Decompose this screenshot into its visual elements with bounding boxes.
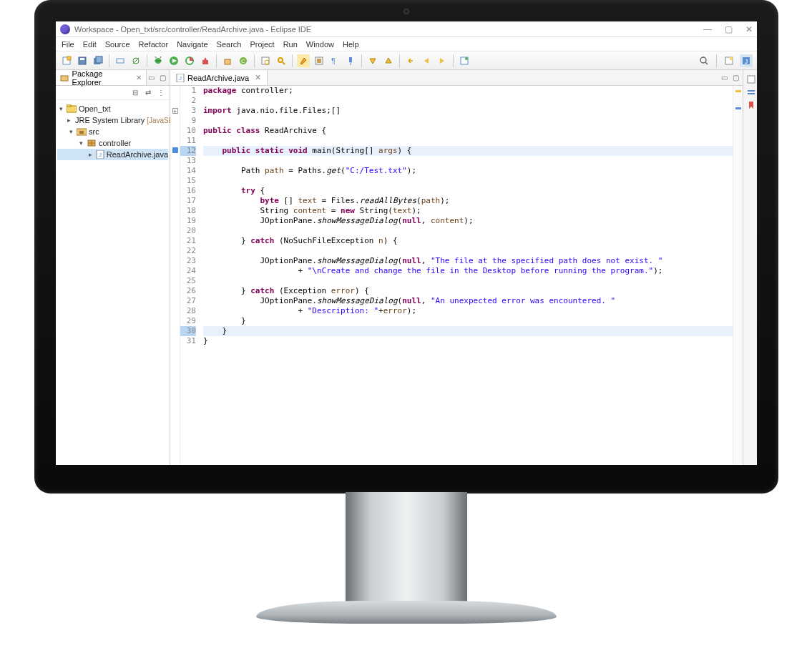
- svg-rect-18: [225, 59, 230, 64]
- tree-project[interactable]: ▾ Open_txt: [57, 103, 168, 114]
- tree-src[interactable]: ▾ src: [57, 126, 168, 137]
- close-button[interactable]: ✕: [745, 24, 753, 34]
- open-type-button[interactable]: [259, 54, 272, 67]
- debug-button[interactable]: [152, 54, 165, 67]
- file-label: ReadArchive.java: [107, 150, 168, 159]
- code-line[interactable]: package controller;: [203, 86, 733, 96]
- save-button[interactable]: [76, 54, 89, 67]
- menu-project[interactable]: Project: [250, 40, 274, 49]
- code-line[interactable]: }: [203, 316, 733, 326]
- menu-source[interactable]: Source: [105, 40, 130, 49]
- menu-window[interactable]: Window: [306, 40, 334, 49]
- close-icon[interactable]: ✕: [136, 74, 142, 82]
- minimize-view-icon[interactable]: ▭: [147, 74, 155, 82]
- tree-jre[interactable]: ▸ JRE System Library [JavaSE-17]: [57, 114, 168, 126]
- maximize-button[interactable]: ▢: [725, 24, 733, 34]
- code-line[interactable]: [203, 116, 733, 126]
- pin-editor-button[interactable]: [458, 54, 471, 67]
- java-perspective-button[interactable]: J: [740, 54, 753, 67]
- next-annotation-button[interactable]: [366, 54, 379, 67]
- prev-annotation-button[interactable]: [382, 54, 395, 67]
- run-marker-icon[interactable]: [172, 147, 178, 153]
- tree-file[interactable]: ▸ J ReadArchive.java: [57, 149, 168, 160]
- open-perspective-button[interactable]: [723, 54, 735, 67]
- code-line[interactable]: [203, 176, 733, 186]
- task-list-icon[interactable]: [746, 87, 755, 96]
- show-whitespace-button[interactable]: ¶: [328, 54, 341, 67]
- code-line[interactable]: [203, 156, 733, 166]
- code-line[interactable]: + "Description: "+error);: [203, 306, 733, 316]
- menu-refactor[interactable]: Refactor: [139, 40, 169, 49]
- forward-button[interactable]: [436, 54, 449, 67]
- code-line[interactable]: String content = new String(text);: [203, 206, 733, 216]
- code-line[interactable]: JOptionPane.showMessageDialog(null, "An …: [203, 296, 733, 306]
- view-menu-icon[interactable]: ⋮: [157, 89, 165, 97]
- external-tools-button[interactable]: [199, 54, 212, 67]
- code-line[interactable]: }: [203, 336, 733, 346]
- window-title: Workspace - Open_txt/src/controller/Read…: [74, 25, 311, 34]
- code-line[interactable]: public static void main(String[] args) {: [203, 146, 733, 156]
- menu-run[interactable]: Run: [283, 40, 298, 49]
- code-line[interactable]: } catch (NoSuchFileException n) {: [203, 236, 733, 246]
- bookmark-icon[interactable]: [746, 100, 755, 109]
- pin-button[interactable]: [344, 54, 357, 67]
- code-line[interactable]: public class ReadArchive {: [203, 126, 733, 136]
- code-editor[interactable]: + 12391011121314151617181920212223242526…: [170, 86, 743, 465]
- package-label: controller: [99, 139, 131, 147]
- menu-file[interactable]: File: [62, 40, 74, 49]
- code-line[interactable]: [203, 246, 733, 256]
- new-package-button[interactable]: [221, 54, 234, 67]
- skip-breakpoints-button[interactable]: [129, 54, 142, 67]
- editor-tab-label: ReadArchive.java: [187, 74, 249, 82]
- last-edit-button[interactable]: [404, 54, 417, 67]
- editor-tab[interactable]: J ReadArchive.java ✕: [170, 70, 268, 85]
- save-all-button[interactable]: [92, 54, 104, 67]
- code-line[interactable]: try {: [203, 186, 733, 196]
- menu-edit[interactable]: Edit: [83, 40, 97, 49]
- toggle-breadcrumb-button[interactable]: [114, 54, 127, 67]
- caret-down-icon: ▾: [57, 105, 64, 112]
- maximize-view-icon[interactable]: ▢: [158, 74, 167, 82]
- quick-access-button[interactable]: [698, 54, 710, 67]
- code-line[interactable]: + "\nCreate and change the file in the D…: [203, 266, 733, 276]
- package-explorer-tab[interactable]: Package Explorer ✕: [56, 70, 147, 85]
- minimize-editor-icon[interactable]: ▭: [720, 74, 728, 82]
- tree-package[interactable]: ▾ controller: [57, 137, 168, 149]
- overview-ruler[interactable]: [733, 86, 743, 465]
- maximize-editor-icon[interactable]: ▢: [731, 74, 740, 82]
- svg-marker-31: [386, 58, 391, 63]
- back-button[interactable]: [420, 54, 433, 67]
- block-selection-button[interactable]: [313, 54, 326, 67]
- code-line[interactable]: byte [] text = Files.readAllBytes(path);: [203, 196, 733, 206]
- menu-navigate[interactable]: Navigate: [177, 40, 207, 49]
- menu-help[interactable]: Help: [343, 40, 359, 49]
- close-icon[interactable]: ✕: [255, 73, 261, 82]
- code-line[interactable]: JOptionPane.showMessageDialog(null, cont…: [203, 216, 733, 226]
- svg-text:¶: ¶: [331, 57, 336, 65]
- svg-line-24: [283, 62, 285, 64]
- collapse-all-icon[interactable]: ⊟: [131, 89, 140, 97]
- code-line[interactable]: [203, 136, 733, 146]
- code-line[interactable]: }: [203, 326, 733, 336]
- minimize-button[interactable]: —: [703, 24, 712, 34]
- toggle-mark-button[interactable]: [297, 54, 310, 67]
- link-editor-icon[interactable]: ⇄: [144, 89, 152, 97]
- search-button[interactable]: [275, 54, 288, 67]
- code-line[interactable]: } catch (Exception error) {: [203, 286, 733, 296]
- outline-view-icon[interactable]: [746, 74, 755, 83]
- run-button[interactable]: [167, 54, 180, 67]
- new-button[interactable]: [60, 54, 73, 67]
- svg-rect-58: [748, 90, 755, 92]
- menu-search[interactable]: Search: [217, 40, 242, 49]
- fold-expand-icon[interactable]: +: [172, 108, 178, 114]
- code-line[interactable]: [203, 226, 733, 236]
- svg-rect-16: [202, 60, 208, 64]
- code-line[interactable]: [203, 96, 733, 106]
- code-line[interactable]: Path path = Paths.get("C:/Test.txt");: [203, 166, 733, 176]
- new-class-button[interactable]: C: [237, 54, 250, 67]
- code-line[interactable]: [203, 276, 733, 286]
- code-line[interactable]: import java.nio.file.Files;[]: [203, 106, 733, 116]
- coverage-button[interactable]: [183, 54, 196, 67]
- code-line[interactable]: JOptionPane.showMessageDialog(null, "The…: [203, 256, 733, 266]
- titlebar: Workspace - Open_txt/src/controller/Read…: [56, 21, 757, 37]
